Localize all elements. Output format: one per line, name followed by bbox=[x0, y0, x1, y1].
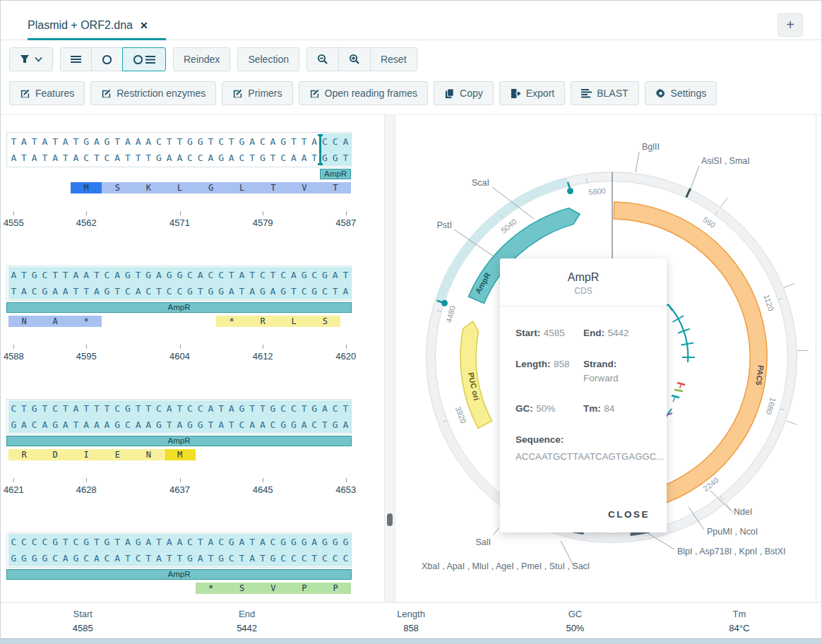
popup-title: AmpR bbox=[516, 271, 651, 284]
zoom-out-button[interactable] bbox=[306, 47, 339, 71]
position-axis: 46214628463746454653 bbox=[1, 478, 384, 509]
zoom-in-icon bbox=[349, 54, 360, 65]
circular-view-icon bbox=[102, 54, 112, 65]
feature-detail-popup: AmpR CDS Start: 4585 End: 5442 Length: 8… bbox=[500, 258, 667, 532]
tick-label-1680: 1680 bbox=[765, 397, 778, 416]
popup-field-tm: Tm: 84 bbox=[583, 402, 651, 415]
popup-field-length: Length: 858 bbox=[516, 357, 583, 383]
status-length: Length858 bbox=[329, 603, 493, 638]
tab-title: Plasmid + ORF2.dna bbox=[28, 19, 133, 32]
dna-strand-top[interactable]: CCCCGTCGTGTAGATAACTACGATACGGGAGGG bbox=[7, 534, 351, 550]
status-end: End5442 bbox=[165, 603, 328, 638]
dna-strand-bottom[interactable]: ATATATACTCATTTGAACCAGACTGTCAATGGT bbox=[7, 150, 351, 166]
popup-fields: Start: 4585 End: 5442 Length: 858 Strand… bbox=[516, 326, 651, 415]
feature-bar-ampr[interactable]: AmpR bbox=[320, 169, 351, 179]
feature-bar-ampr[interactable]: AmpR bbox=[6, 569, 352, 580]
translation-segment[interactable]: *RLS bbox=[216, 316, 340, 327]
popup-field-end: End: 5442 bbox=[583, 326, 651, 339]
enzyme-label-xbal-group[interactable]: XbaI , ApaI , MluI , AgeI , PmeI , StuI … bbox=[422, 561, 590, 571]
enzyme-label-blpl-group[interactable]: BlpI , Asp718I , KpnI , BstXI bbox=[677, 547, 786, 556]
button-label: BLAST bbox=[597, 88, 628, 99]
button-label: Features bbox=[35, 88, 74, 99]
selection-caret-end-handle[interactable] bbox=[567, 188, 573, 194]
orf-arc bbox=[663, 304, 696, 362]
enzyme-label-ppuml-ncol[interactable]: PpuMI , NcoI bbox=[707, 527, 758, 537]
popup-field-start: Start: 4585 bbox=[516, 326, 583, 339]
settings-button[interactable]: Settings bbox=[645, 81, 717, 105]
dna-strand-bottom[interactable]: GACAGATAAAGCAAGTAGGTATCAACGGACTGA bbox=[7, 417, 351, 433]
sequence-block: CTGTCTATTTCGTTCATCCATAGTTGCCTGACTGACAGAT… bbox=[1, 399, 384, 509]
filter-button[interactable] bbox=[9, 47, 53, 71]
primers-button[interactable]: Primers bbox=[222, 81, 292, 105]
enzyme-label-sall[interactable]: SalI bbox=[475, 537, 491, 547]
linear-view-icon bbox=[71, 55, 81, 64]
split-view-button[interactable] bbox=[122, 47, 166, 71]
tick-label-560: 560 bbox=[701, 215, 717, 229]
feature-bar-ampr[interactable]: AmpR bbox=[6, 302, 352, 313]
linear-view-button[interactable] bbox=[60, 47, 92, 71]
dna-sequence-box[interactable]: TATATATGAGTAAACTTGGTCTGACAGTTACCAATATATA… bbox=[6, 132, 352, 167]
dna-strand-top[interactable]: TATATATGAGTAAACTTGGTCTGACAGTTACCA bbox=[7, 133, 351, 150]
export-button[interactable]: Export bbox=[499, 81, 565, 105]
popup-field-strand: Strand: Forward bbox=[583, 357, 651, 383]
dna-sequence-box[interactable]: ATGCTTAATCAGTGAGGCACCTATCTCAGCGATTACGAAT… bbox=[6, 266, 352, 301]
zoom-out-icon bbox=[317, 54, 328, 65]
translation-segment[interactable]: M bbox=[165, 449, 196, 460]
open-reading-frames-button[interactable]: Open reading frames bbox=[299, 81, 429, 105]
zoom-group: Reset bbox=[306, 47, 417, 71]
divider-scrollbar-thumb[interactable] bbox=[387, 513, 393, 526]
enzyme-label-pstl[interactable]: PstI bbox=[436, 220, 452, 230]
tick-label-5040: 5040 bbox=[499, 217, 518, 234]
edit-icon bbox=[101, 88, 112, 99]
new-tab-button[interactable]: + bbox=[778, 13, 803, 37]
translation-segment[interactable]: RDIEN bbox=[8, 449, 164, 460]
selection-button[interactable]: Selection bbox=[237, 47, 299, 71]
popup-close-button[interactable]: CLOSE bbox=[608, 509, 650, 520]
enzyme-label-ndel[interactable]: NdeI bbox=[734, 507, 752, 517]
enzyme-label-scal[interactable]: ScaI bbox=[472, 178, 489, 188]
app-window: Plasmid + ORF2.dna ✕ + Rei bbox=[0, 0, 822, 644]
reset-button[interactable]: Reset bbox=[370, 47, 417, 71]
tab-plasmid-orf2[interactable]: Plasmid + ORF2.dna ✕ bbox=[28, 11, 148, 40]
translation-segment[interactable]: *SVPP bbox=[196, 583, 351, 594]
translation-segment[interactable]: MSKLGLTVT bbox=[71, 182, 351, 193]
selection-caret[interactable] bbox=[319, 134, 321, 165]
copy-icon bbox=[444, 88, 455, 99]
export-icon bbox=[510, 88, 521, 99]
blast-button[interactable]: BLAST bbox=[571, 81, 638, 105]
dna-strand-bottom[interactable]: GGGGCAGCACATCTATTGATGCTATGCCCTCCC bbox=[7, 550, 351, 566]
popup-field-gc: GC: 50% bbox=[516, 402, 583, 415]
button-label: Restriction enzymes bbox=[117, 88, 206, 99]
tab-close-icon[interactable]: ✕ bbox=[140, 20, 148, 31]
dna-strand-bottom[interactable]: TACGAATTAGTCACTCCGTGGATAGAGTCGCTA bbox=[7, 283, 351, 299]
chevron-down-icon bbox=[35, 56, 42, 62]
zoom-in-button[interactable] bbox=[338, 47, 371, 71]
tick-label-4480: 4480 bbox=[444, 305, 457, 324]
features-button[interactable]: Features bbox=[9, 81, 85, 105]
restriction-enzymes-button[interactable]: Restriction enzymes bbox=[90, 81, 216, 105]
edit-icon bbox=[309, 88, 320, 99]
status-tm: Tm84°C bbox=[657, 603, 821, 638]
button-label: Export bbox=[526, 88, 554, 99]
reindex-button[interactable]: Reindex bbox=[173, 47, 230, 71]
feature-bar-ampr[interactable]: AmpR bbox=[6, 436, 352, 446]
panel-divider bbox=[384, 115, 395, 602]
translation-segment[interactable]: NA* bbox=[8, 316, 102, 327]
sequence-block: TATATATGAGTAAACTTGGTCTGACAGTTACCAATATATA… bbox=[1, 132, 384, 242]
dna-sequence-box[interactable]: CTGTCTATTTCGTTCATCCATAGTTGCCTGACTGACAGAT… bbox=[6, 399, 352, 434]
dna-strand-top[interactable]: CTGTCTATTTCGTTCATCCATAGTTGCCTGACT bbox=[7, 400, 351, 417]
enzyme-label-bglii[interactable]: BglII bbox=[642, 142, 660, 152]
copy-button[interactable]: Copy bbox=[434, 81, 494, 105]
selection-caret-start-handle[interactable] bbox=[441, 300, 448, 306]
status-bar: Start4585End5442Length858GC50%Tm84°C bbox=[1, 602, 821, 638]
edit-icon bbox=[20, 88, 30, 99]
sequence-block: CCCCGTCGTGTAGATAACTACGATACGGGAGGGGGGGCAG… bbox=[1, 532, 384, 602]
button-label: Open reading frames bbox=[325, 88, 418, 99]
dna-strand-top[interactable]: ATGCTTAATCAGTGAGGCACCTATCTCAGCGAT bbox=[7, 267, 351, 283]
dna-sequence-box[interactable]: CCCCGTCGTGTAGATAACTACGATACGGGAGGGGGGGCAG… bbox=[6, 532, 352, 568]
enzyme-label-asisi-smal[interactable]: AsiSI , SmaI bbox=[701, 156, 750, 166]
view-toolbar: Reindex Selection Reset bbox=[9, 47, 417, 71]
selection-label: Selection bbox=[248, 54, 289, 65]
circular-view-button[interactable] bbox=[91, 47, 123, 71]
sequence-panel: TATATATGAGTAAACTTGGTCTGACAGTTACCAATATATA… bbox=[1, 115, 384, 602]
